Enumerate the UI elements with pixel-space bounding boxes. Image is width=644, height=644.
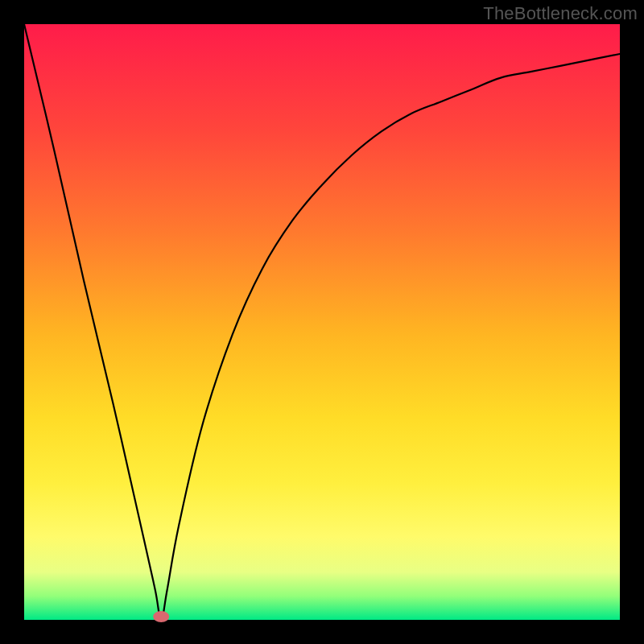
optimal-point-marker [153, 611, 169, 622]
bottleneck-curve [24, 24, 620, 620]
plot-svg [24, 24, 620, 620]
plot-area [24, 24, 620, 620]
chart-frame: TheBottleneck.com [0, 0, 644, 644]
attribution-label: TheBottleneck.com [483, 3, 638, 24]
